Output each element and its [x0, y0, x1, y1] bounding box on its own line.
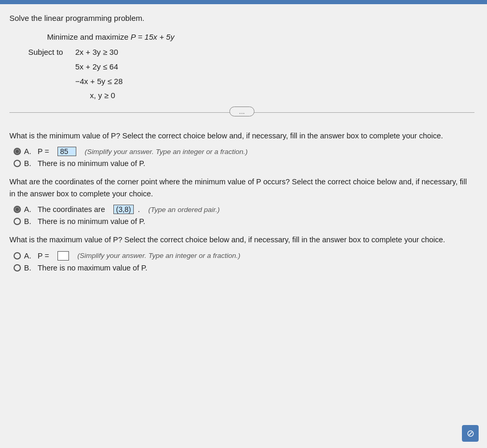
q1-value-a: 85 [60, 147, 68, 156]
question-1-block: What is the minimum value of P? Select t… [9, 130, 474, 168]
constraints-list: 2x + 3y ≥ 30 5x + 2y ≤ 64 −4x + 5y ≤ 28 … [75, 45, 123, 103]
q3-label-a: A. [24, 252, 34, 260]
problem-header: Solve the linear programming problem. [9, 14, 474, 22]
q1-radio-b[interactable] [14, 160, 21, 167]
dots-label: ... [239, 108, 245, 115]
question-3-block: What is the maximum value of P? Select t… [9, 234, 474, 272]
problem-box: Minimize and maximize P = 15x + 5y Subje… [28, 30, 474, 103]
question-1-text: What is the minimum value of P? Select t… [9, 130, 474, 142]
divider-section: ... [9, 112, 474, 123]
q3-text-b: There is no maximum value of P. [38, 264, 147, 272]
q2-hint-a: (Type an ordered pair.) [148, 206, 220, 214]
q3-hint-a: (Simplify your answer. Type an integer o… [77, 252, 240, 260]
question-3-text: What is the maximum value of P? Select t… [9, 234, 474, 245]
top-bar [0, 0, 487, 4]
problem-header-text: Solve the linear programming problem. [9, 14, 144, 22]
q2-choice-a-row[interactable]: A. The coordinates are (3,8) . (Type an … [14, 205, 474, 214]
q2-prefix-a: The coordinates are [38, 205, 105, 214]
q2-choice-b-row[interactable]: B. There is no minimum value of P. [14, 217, 474, 226]
q1-text-b: There is no minimum value of P. [38, 159, 145, 168]
q1-radio-a[interactable] [14, 148, 21, 155]
q1-choice-a-row[interactable]: A. P = 85 (Simplify your answer. Type an… [14, 147, 474, 156]
bottom-icon-symbol: ⊘ [467, 428, 474, 439]
q3-prefix-a: P = [38, 252, 49, 260]
q1-label-b: B. [24, 159, 34, 168]
q2-label-b: B. [24, 217, 34, 226]
q3-radio-b[interactable] [14, 264, 21, 272]
constraint-2: 5x + 2y ≤ 64 [75, 60, 123, 74]
q1-prefix-a: P = [38, 147, 49, 156]
constraint-3: −4x + 5y ≤ 28 [75, 74, 123, 89]
q2-answer-box-a[interactable]: (3,8) [113, 205, 134, 214]
constraint-1: 2x + 3y ≥ 30 [75, 45, 123, 60]
q1-hint-a: (Simplify your answer. Type an integer o… [85, 148, 248, 156]
q2-text-b: There is no minimum value of P. [38, 217, 145, 226]
q3-answer-box-a[interactable] [57, 251, 69, 261]
q3-radio-a[interactable] [14, 252, 21, 260]
constraint-4: x, y ≥ 0 [75, 88, 123, 103]
dots-button[interactable]: ... [229, 107, 254, 116]
q2-radio-a[interactable] [14, 206, 21, 213]
q1-choice-b-row[interactable]: B. There is no minimum value of P. [14, 159, 474, 168]
objective-eq: P = 15x + 5y [131, 30, 175, 44]
bottom-icon: ⊘ [462, 425, 479, 442]
constraints-block: Subject to 2x + 3y ≥ 30 5x + 2y ≤ 64 −4x… [28, 45, 474, 103]
objective-label: Minimize and maximize [47, 30, 129, 44]
main-content: Solve the linear programming problem. Mi… [0, 4, 487, 448]
q3-choice-a-row[interactable]: A. P = (Simplify your answer. Type an in… [14, 251, 474, 261]
objective-row: Minimize and maximize P = 15x + 5y [47, 30, 474, 44]
q2-radio-b[interactable] [14, 218, 21, 225]
question-2-block: What are the coordinates of the corner p… [9, 176, 474, 226]
q3-choice-b-row[interactable]: B. There is no maximum value of P. [14, 264, 474, 272]
q1-label-a: A. [24, 147, 34, 156]
q1-answer-box-a[interactable]: 85 [57, 147, 76, 156]
q3-label-b: B. [24, 264, 34, 272]
subject-to-label: Subject to [28, 45, 75, 59]
q2-value-a: (3,8) [116, 205, 131, 214]
question-2-text: What are the coordinates of the corner p… [9, 176, 474, 199]
q2-label-a: A. [24, 205, 34, 214]
